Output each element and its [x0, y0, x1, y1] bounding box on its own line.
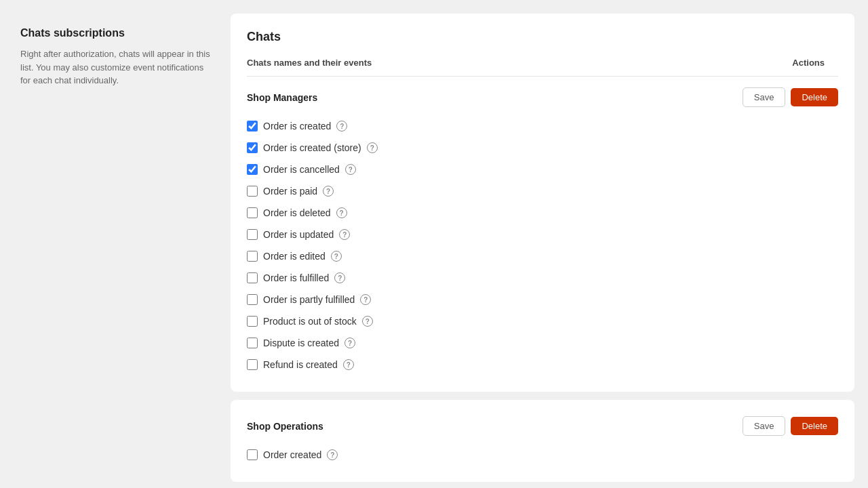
help-icon-order-edited[interactable]: ? [331, 251, 342, 262]
event-order-edited: Order is edited ? [247, 245, 838, 267]
event-label: Order is edited [263, 251, 326, 262]
event-order-partly-fulfilled: Order is partly fulfilled ? [247, 289, 838, 310]
table-header-actions: Actions [792, 58, 838, 68]
table-header: Chats names and their events Actions [247, 58, 838, 77]
event-order-updated: Order is updated ? [247, 224, 838, 245]
shop-operations-card: Shop Operations Save Delete Order create… [231, 400, 854, 482]
shop-operations-name: Shop Operations [247, 421, 323, 432]
checkbox-product-out-of-stock[interactable] [247, 316, 258, 327]
section-header: Shop Managers Save Delete [247, 87, 838, 107]
event-so-order-created: Order created ? [247, 444, 838, 466]
event-label: Order is partly fulfilled [263, 294, 355, 305]
checkbox-order-fulfilled[interactable] [247, 272, 258, 283]
delete-button-operations[interactable]: Delete [791, 417, 838, 435]
help-icon-dispute-created[interactable]: ? [344, 338, 355, 348]
event-product-out-of-stock: Product is out of stock ? [247, 310, 838, 332]
help-icon-order-cancelled[interactable]: ? [345, 164, 356, 175]
checkbox-order-edited[interactable] [247, 251, 258, 262]
event-label: Order is created (store) [263, 142, 361, 153]
checkbox-order-updated[interactable] [247, 229, 258, 240]
event-label: Order created [263, 449, 321, 460]
checkbox-order-created-store[interactable] [247, 142, 258, 153]
delete-button[interactable]: Delete [791, 88, 838, 106]
section-name: Shop Managers [247, 92, 317, 103]
event-label: Product is out of stock [263, 316, 357, 327]
table-header-events: Chats names and their events [247, 58, 372, 68]
checkbox-refund-created[interactable] [247, 359, 258, 370]
event-dispute-created: Dispute is created ? [247, 332, 838, 354]
event-label: Order is cancelled [263, 164, 340, 175]
help-icon-order-updated[interactable]: ? [339, 229, 350, 240]
help-icon-order-partly-fulfilled[interactable]: ? [360, 294, 371, 305]
help-icon-order-created-store[interactable]: ? [367, 142, 378, 153]
event-label: Order is deleted [263, 207, 331, 218]
checkbox-order-paid[interactable] [247, 186, 258, 197]
event-order-created: Order is created ? [247, 115, 838, 137]
event-label: Dispute is created [263, 338, 339, 348]
event-refund-created: Refund is created ? [247, 354, 838, 375]
shop-managers-section: Shop Managers Save Delete Order is creat… [247, 87, 838, 375]
checkbox-order-created[interactable] [247, 121, 258, 131]
main-content: Chats Chats names and their events Actio… [231, 0, 868, 488]
help-icon-product-out-of-stock[interactable]: ? [362, 316, 373, 327]
event-order-paid: Order is paid ? [247, 180, 838, 202]
event-label: Refund is created [263, 359, 338, 370]
help-icon-refund-created[interactable]: ? [343, 359, 354, 370]
event-order-deleted: Order is deleted ? [247, 202, 838, 224]
shop-operations-header: Shop Operations Save Delete [247, 416, 838, 436]
checkbox-so-order-created[interactable] [247, 449, 258, 460]
help-icon-so-order-created[interactable]: ? [327, 449, 338, 460]
event-order-cancelled: Order is cancelled ? [247, 159, 838, 180]
event-order-fulfilled: Order is fulfilled ? [247, 267, 838, 289]
checkbox-dispute-created[interactable] [247, 338, 258, 348]
checkbox-order-cancelled[interactable] [247, 164, 258, 175]
sidebar: Chats subscriptions Right after authoriz… [0, 0, 231, 488]
help-icon-order-paid[interactable]: ? [323, 186, 334, 197]
section-actions: Save Delete [743, 87, 838, 107]
save-button[interactable]: Save [743, 87, 786, 107]
save-button-operations[interactable]: Save [743, 416, 786, 436]
checkbox-order-partly-fulfilled[interactable] [247, 294, 258, 305]
event-label: Order is paid [263, 186, 317, 197]
shop-operations-actions: Save Delete [743, 416, 838, 436]
help-icon-order-created[interactable]: ? [336, 121, 347, 131]
event-label: Order is created [263, 121, 331, 131]
sidebar-title: Chats subscriptions [20, 27, 210, 39]
event-label: Order is fulfilled [263, 272, 329, 283]
sidebar-description: Right after authorization, chats will ap… [20, 47, 210, 87]
event-label: Order is updated [263, 229, 334, 240]
card-title: Chats [247, 30, 838, 44]
checkbox-order-deleted[interactable] [247, 207, 258, 218]
chats-card: Chats Chats names and their events Actio… [231, 14, 854, 392]
help-icon-order-deleted[interactable]: ? [336, 207, 347, 218]
event-order-created-store: Order is created (store) ? [247, 137, 838, 159]
help-icon-order-fulfilled[interactable]: ? [334, 272, 345, 283]
